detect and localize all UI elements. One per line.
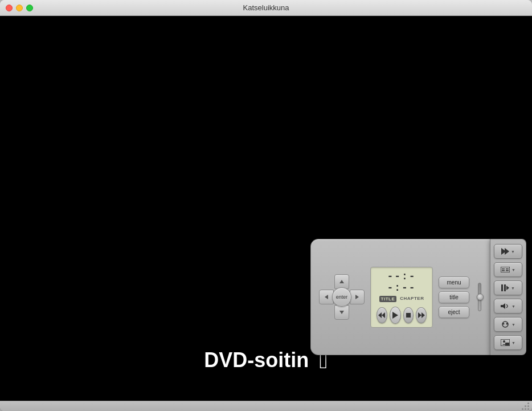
control-side: menu title eject <box>439 276 469 318</box>
title-label: TITLE <box>379 296 397 302</box>
play-speed-icon <box>501 248 509 255</box>
svg-marker-2 <box>392 312 398 319</box>
pip-arrow-icon: ▼ <box>511 341 515 345</box>
audio-icon <box>501 303 510 310</box>
main-window: Katseluikkuna DVD-soitin  <box>0 0 532 411</box>
audio-arrow-icon: ▼ <box>511 304 515 308</box>
svg-rect-21 <box>505 343 509 345</box>
minimize-button[interactable] <box>16 5 23 11</box>
resize-handle[interactable] <box>522 402 530 410</box>
arrow-down-icon <box>339 311 344 314</box>
remote-control: enter --:--:-- TITLE CHAPTER <box>310 239 526 355</box>
traffic-lights <box>6 5 33 11</box>
svg-marker-0 <box>382 312 385 318</box>
menu-title-eject-buttons: menu title eject <box>439 276 469 318</box>
remote-display: --:--:-- TITLE CHAPTER <box>370 267 433 328</box>
dvd-text: DVD-soitin <box>204 348 309 372</box>
play-icon <box>392 312 398 319</box>
svg-rect-13 <box>501 284 503 291</box>
angle-arrow-icon: ▼ <box>511 323 515 327</box>
svg-marker-7 <box>505 248 509 255</box>
close-button[interactable] <box>6 5 13 11</box>
dpad-down-button[interactable] <box>334 305 349 320</box>
play-speed-arrow-icon: ▼ <box>511 250 515 254</box>
remote-main-body: enter --:--:-- TITLE CHAPTER <box>310 239 490 355</box>
remote-side-panel: ▼ ▼ <box>490 239 526 355</box>
title-button[interactable]: title <box>439 291 469 303</box>
svg-marker-4 <box>418 312 421 318</box>
display-labels: TITLE CHAPTER <box>377 296 427 302</box>
svg-marker-5 <box>421 312 425 318</box>
svg-point-22 <box>503 340 505 343</box>
eject-button[interactable]: eject <box>439 306 469 318</box>
arrow-left-icon <box>325 295 328 299</box>
svg-marker-16 <box>501 303 505 309</box>
subtitles-arrow-icon: ▼ <box>511 268 515 272</box>
subtitles-button[interactable]: ▼ <box>494 262 522 277</box>
play-button[interactable] <box>390 307 401 324</box>
pip-button[interactable]: ▼ <box>494 335 522 350</box>
rewind-button[interactable] <box>377 307 387 323</box>
arrow-up-icon <box>339 280 344 283</box>
titlebar: Katseluikkuna <box>0 0 532 16</box>
menu-button[interactable]: menu <box>439 276 469 288</box>
chapter-label: CHAPTER <box>400 296 424 302</box>
volume-slider-track[interactable] <box>478 283 481 311</box>
dpad-enter-button[interactable]: enter <box>332 287 351 307</box>
svg-rect-12 <box>506 270 509 271</box>
stop-icon <box>406 312 411 318</box>
window-title: Katseluikkuna <box>243 3 289 12</box>
svg-marker-15 <box>506 286 509 290</box>
volume-slider-area <box>475 283 484 311</box>
rewind-icon <box>378 312 385 318</box>
pip-icon <box>501 339 510 346</box>
enter-label: enter <box>336 294 348 300</box>
angle-icon <box>501 321 510 328</box>
fastforward-button[interactable] <box>416 307 427 323</box>
pause-step-button[interactable]: ▼ <box>494 280 522 295</box>
svg-rect-3 <box>406 313 411 318</box>
svg-rect-11 <box>502 270 505 271</box>
svg-rect-10 <box>506 268 509 270</box>
svg-rect-14 <box>504 284 506 291</box>
display-time: --:--:-- <box>377 271 427 294</box>
svg-rect-8 <box>501 267 510 272</box>
dpad-right-button[interactable] <box>350 290 365 304</box>
angle-button[interactable]: ▼ <box>494 317 522 332</box>
transport-controls <box>377 307 427 324</box>
fastforward-icon <box>418 312 425 318</box>
svg-marker-1 <box>378 312 382 318</box>
svg-rect-9 <box>502 268 505 270</box>
bottom-bar <box>0 401 532 411</box>
pause-step-arrow-icon: ▼ <box>511 286 515 290</box>
stop-button[interactable] <box>403 307 414 323</box>
video-area: DVD-soitin  <box>0 16 532 401</box>
arrow-right-icon <box>355 295 359 299</box>
svg-point-18 <box>503 323 505 325</box>
dvd-label-container: DVD-soitin  <box>204 348 328 372</box>
volume-slider-knob[interactable] <box>477 294 484 300</box>
subtitles-icon <box>501 267 510 272</box>
svg-point-19 <box>506 323 508 325</box>
dpad: enter <box>319 274 365 320</box>
maximize-button[interactable] <box>26 5 33 11</box>
pause-step-icon <box>501 284 509 291</box>
play-speed-button[interactable]: ▼ <box>494 244 522 259</box>
audio-button[interactable]: ▼ <box>494 299 522 314</box>
